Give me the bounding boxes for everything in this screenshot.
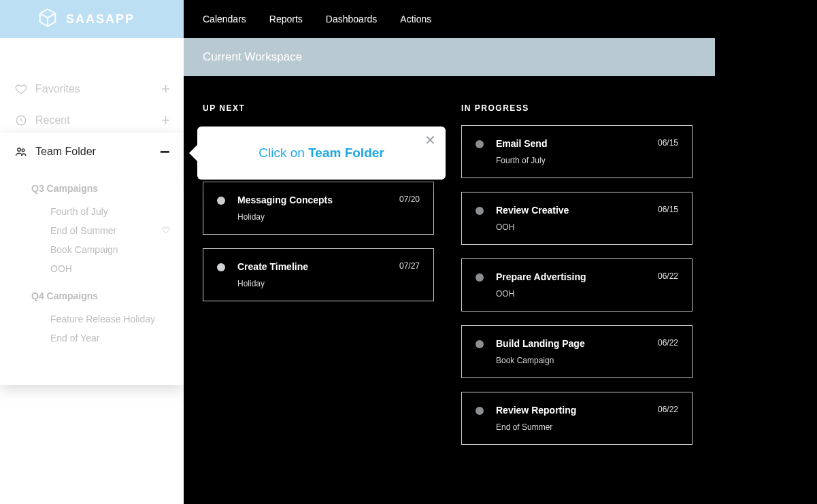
topnav: Calendars Reports Dashboards Actions bbox=[184, 0, 817, 38]
sidebar-sub-item[interactable]: Feature Release Holiday bbox=[31, 309, 170, 329]
task-card[interactable]: Create Timeline Holiday 07/27 bbox=[203, 248, 434, 301]
people-icon bbox=[14, 146, 29, 158]
task-card[interactable]: Review Reporting End of Summer 06/22 bbox=[461, 392, 693, 445]
card-date: 06/15 bbox=[658, 205, 678, 214]
card-title: Prepare Advertising bbox=[496, 271, 586, 282]
task-card[interactable]: Email Send Fourth of July 06/15 bbox=[461, 125, 693, 178]
favorites-label: Favorites bbox=[35, 83, 161, 95]
sidebar-item-recent[interactable]: Recent + bbox=[14, 105, 170, 136]
group-title[interactable]: Q4 Campaigns bbox=[31, 290, 170, 301]
logo-bar: SAASAPP bbox=[0, 0, 184, 38]
task-card[interactable]: Prepare Advertising OOH 06/22 bbox=[461, 258, 693, 312]
column-in-progress: IN PROGRESS Email Send Fourth of July 06… bbox=[461, 103, 693, 458]
sidebar: SAASAPP Favorites + Recent + bbox=[0, 0, 184, 504]
plus-icon[interactable]: + bbox=[161, 113, 170, 128]
plus-icon[interactable]: + bbox=[161, 82, 170, 97]
close-icon[interactable]: ✕ bbox=[424, 133, 436, 147]
sidebar-sub-item[interactable]: OOH bbox=[31, 259, 170, 278]
team-folder-label: Team Folder bbox=[35, 146, 160, 158]
column-heading: IN PROGRESS bbox=[461, 103, 693, 113]
card-date: 06/22 bbox=[658, 405, 678, 414]
sidebar-active-panel: Team Folder − Q3 Campaigns Fourth of Jul… bbox=[0, 133, 184, 385]
status-dot-icon bbox=[476, 140, 484, 148]
status-dot-icon bbox=[217, 197, 225, 205]
card-title: Review Reporting bbox=[496, 405, 576, 416]
status-dot-icon bbox=[476, 340, 484, 348]
sidebar-group-q4: Q4 Campaigns Feature Release Holiday End… bbox=[14, 290, 170, 348]
cube-icon bbox=[37, 7, 58, 31]
group-title[interactable]: Q3 Campaigns bbox=[31, 183, 170, 194]
app-name: SAASAPP bbox=[66, 12, 135, 27]
clock-icon bbox=[14, 114, 29, 127]
hint-popover: Click on Team Folder ✕ bbox=[197, 127, 446, 180]
popover-text: Click on bbox=[259, 146, 308, 160]
minus-icon[interactable]: − bbox=[160, 143, 170, 161]
card-subtitle: End of Summer bbox=[496, 422, 678, 432]
nav-dashboards[interactable]: Dashboards bbox=[326, 14, 378, 24]
status-dot-icon bbox=[476, 207, 484, 215]
nav-reports[interactable]: Reports bbox=[269, 14, 303, 24]
card-date: 07/27 bbox=[399, 261, 420, 271]
main: Calendars Reports Dashboards Actions Cur… bbox=[184, 0, 817, 504]
task-card[interactable]: Build Landing Page Book Campaign 06/22 bbox=[461, 325, 693, 378]
task-card[interactable]: Messaging Concepts Holiday 07/20 bbox=[203, 182, 434, 235]
card-date: 06/22 bbox=[658, 338, 678, 348]
card-date: 06/15 bbox=[658, 138, 678, 148]
svg-point-2 bbox=[22, 149, 24, 152]
card-date: 06/22 bbox=[658, 271, 678, 281]
status-dot-icon bbox=[217, 263, 225, 271]
column-heading: UP NEXT bbox=[203, 103, 434, 113]
card-title: Review Creative bbox=[496, 205, 569, 216]
card-title: Create Timeline bbox=[237, 261, 308, 272]
sidebar-sub-item[interactable]: Fourth of July bbox=[31, 202, 170, 221]
card-date: 07/20 bbox=[399, 195, 420, 204]
workspace-title: Current Workspace bbox=[203, 50, 302, 64]
status-dot-icon bbox=[476, 273, 484, 282]
sidebar-sub-item[interactable]: End of Summer bbox=[31, 221, 170, 240]
task-card[interactable]: Review Creative OOH 06/15 bbox=[461, 192, 693, 245]
sidebar-item-favorites[interactable]: Favorites + bbox=[14, 73, 170, 105]
recent-label: Recent bbox=[35, 114, 161, 127]
card-subtitle: OOH bbox=[496, 222, 678, 232]
popover-highlight: Team Folder bbox=[308, 146, 384, 160]
card-subtitle: Book Campaign bbox=[496, 356, 678, 365]
card-subtitle: Fourth of July bbox=[496, 156, 678, 165]
sidebar-sub-item[interactable]: End of Year bbox=[31, 329, 170, 348]
heart-icon bbox=[14, 83, 29, 95]
card-subtitle: OOH bbox=[496, 289, 678, 299]
workspace-title-bar: Current Workspace bbox=[184, 38, 715, 76]
sidebar-item-team-folder[interactable]: Team Folder − bbox=[14, 133, 170, 171]
nav-calendars[interactable]: Calendars bbox=[203, 14, 246, 24]
card-subtitle: Holiday bbox=[237, 212, 420, 222]
card-title: Messaging Concepts bbox=[237, 195, 333, 205]
sidebar-group-q3: Q3 Campaigns Fourth of July End of Summe… bbox=[14, 183, 170, 278]
status-dot-icon bbox=[476, 407, 484, 415]
card-title: Build Landing Page bbox=[496, 338, 585, 349]
card-subtitle: Holiday bbox=[237, 279, 420, 288]
svg-point-1 bbox=[18, 148, 21, 152]
nav-actions[interactable]: Actions bbox=[400, 14, 431, 24]
card-title: Email Send bbox=[496, 138, 547, 149]
heart-icon[interactable] bbox=[162, 221, 170, 240]
sidebar-sub-item[interactable]: Book Campaign bbox=[31, 240, 170, 259]
